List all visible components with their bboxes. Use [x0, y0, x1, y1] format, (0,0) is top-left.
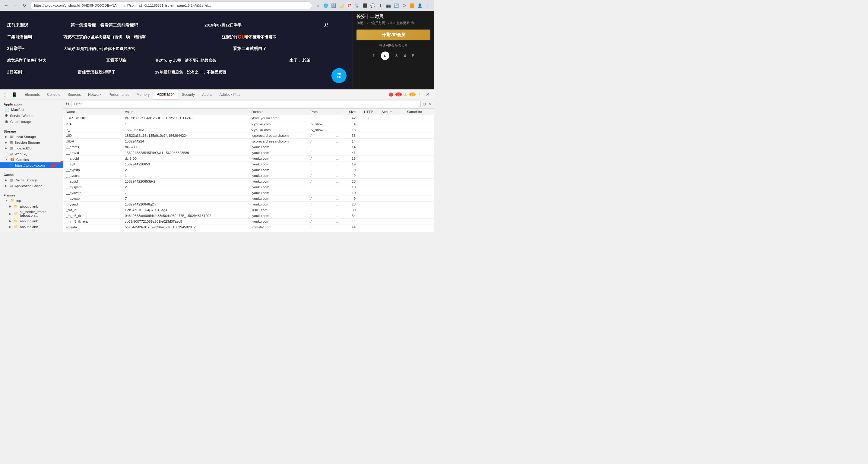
address-bar[interactable]: https://v.youku.com/v_show/id_XNDl0NDQ0O…	[30, 1, 312, 9]
col-header-samesite[interactable]: SameSite	[404, 109, 434, 115]
sidebar-item-sk-holder[interactable]: ▶ 📁 sk_holder_iframe (about:bla...	[0, 209, 63, 218]
tab-security[interactable]: Security	[178, 90, 198, 99]
col-header-size[interactable]: Size	[341, 109, 358, 115]
sidebar-item-cookies-youku[interactable]: 🌐 https://v.youku.com	[0, 162, 63, 168]
table-row[interactable]: __ayscnt 1 .youku.com / ... 9	[63, 173, 434, 179]
table-row[interactable]: __ayspstp 2 .youku.com / ... 10	[63, 185, 434, 190]
table-row[interactable]: cna v7PUFNUi6SYCASQYH5kNuhB3 .mmstat.com…	[63, 230, 434, 232]
tab-sources[interactable]: Sources	[64, 90, 85, 99]
ext6-button[interactable]: ⬛	[362, 2, 368, 9]
forward-button[interactable]: →	[12, 2, 19, 9]
table-row[interactable]: P_T 1562953163 v.youku.com /v_show ... 1…	[63, 127, 434, 133]
tab-network[interactable]: Network	[85, 90, 105, 99]
ep-4-button[interactable]: 4	[404, 52, 406, 60]
ep-3-button[interactable]: 3	[395, 52, 398, 60]
sidebar-item-about-blank3[interactable]: ▶ 📁 about:blank	[0, 224, 63, 230]
ext3-button[interactable]: 🌙	[338, 2, 345, 9]
table-row[interactable]: atpsida 5ce64e589e9c7d2e336acbda_1562945…	[63, 225, 434, 230]
table-row[interactable]: __aypstp 2 .youku.com / ... 9	[63, 167, 434, 173]
table-row[interactable]: __ysuid 1562944220646q2h .youku.com / ..…	[63, 202, 434, 207]
clear-icon: 🗑	[5, 120, 8, 124]
col-header-path[interactable]: Path	[308, 109, 334, 115]
ext8-button[interactable]: ⬇	[377, 2, 384, 9]
table-row[interactable]: __arpvid 1562945828545PfhQwH-15629458285…	[63, 150, 434, 156]
sidebar-item-cookies[interactable]: ▼ 🍪 Cookies	[0, 157, 63, 162]
col-header-name[interactable]: Name	[63, 109, 122, 115]
dt-inspect-button[interactable]: ⬚	[2, 92, 9, 98]
reload-button[interactable]: ↻	[21, 2, 28, 9]
ext9-button[interactable]: 📷	[385, 2, 392, 9]
tab-audits[interactable]: Audits	[198, 90, 216, 99]
sidebar-item-service-workers[interactable]: ⚙ Service Workers	[0, 113, 63, 119]
table-row[interactable]: __ayvstp 7 .youku.com / ... 9	[63, 196, 434, 202]
table-row[interactable]: _iwt_id UelSAd6lKF0wij87R1U-sgA .irs01.c…	[63, 207, 434, 213]
cell-more: ...	[334, 196, 341, 202]
table-row[interactable]: JSESSIONID BEC91F17CBA8126BDF31C2511EC1A…	[63, 115, 434, 122]
table-row[interactable]: __arycid dz-3-00 .youku.com / ... 15	[63, 156, 434, 162]
sidebar-item-web-sql[interactable]: ▤ Web SQL	[0, 151, 63, 157]
ext5-button[interactable]: 📡	[354, 2, 361, 9]
filter-close-button[interactable]: ✕	[428, 102, 432, 106]
ext10-button[interactable]: 🔄	[393, 2, 400, 9]
ext1-button[interactable]: 🌐	[322, 2, 329, 9]
filter-clear-button[interactable]: ⊘	[423, 102, 426, 106]
vip-button[interactable]: 开通VIP会员	[356, 30, 430, 40]
table-row[interactable]: UIDR 1562944224 .scorecardresearch.com /…	[63, 139, 434, 144]
table-row[interactable]: __arcms dz-3-00 .youku.com / ... 14	[63, 144, 434, 150]
ext7-button[interactable]: 💬	[369, 2, 376, 9]
ext12-button[interactable]: 🟧	[409, 2, 415, 9]
table-row[interactable]: UID 18B23a36a15a135a910c7fg1562944224 .s…	[63, 133, 434, 139]
ext4-button[interactable]: 37	[346, 2, 352, 9]
cell-more: ...	[334, 190, 341, 196]
table-row[interactable]: __aysvstp 7 .youku.com / ... 10	[63, 190, 434, 196]
menu-button[interactable]: ⋮	[424, 2, 431, 9]
table-row[interactable]: _m_h5_tk 0a8d9653ad689fdcfd33c56da982477…	[63, 213, 434, 219]
cell-path: /	[308, 144, 334, 150]
cell-path: /	[308, 225, 334, 230]
sidebar-item-frame-top[interactable]: ▼ 📁 top	[0, 198, 63, 203]
back-button[interactable]: ←	[3, 2, 10, 9]
table-row[interactable]: P_F 1 v.youku.com /v_show ... 4	[63, 122, 434, 127]
sidebar-item-about-blank1[interactable]: ▶ 📁 about:blank	[0, 203, 63, 209]
col-header-value[interactable]: Value	[122, 109, 249, 115]
sidebar-item-indexeddb[interactable]: ▶ ▤ IndexedDB	[0, 145, 63, 151]
dt-close-button[interactable]: ✕	[424, 92, 432, 97]
bookmark-button[interactable]: ☆	[315, 2, 321, 9]
tab-elements[interactable]: Elements	[21, 90, 43, 99]
col-header-secure[interactable]: Secure	[379, 109, 404, 115]
sidebar-item-local-storage[interactable]: ▶ ▤ Local Storage	[0, 134, 63, 139]
sidebar-item-manifest[interactable]: 📄 Manifest	[0, 107, 63, 113]
vip-sub-text: 开通VIP会员看大片	[353, 42, 434, 49]
sidebar-item-about-blank2[interactable]: ▶ 📁 about:blank	[0, 218, 63, 224]
sidebar-header-cache: Cache	[0, 172, 63, 177]
tab-application[interactable]: Application	[153, 90, 178, 99]
sidebar-item-clear-storage[interactable]: 🗑 Clear storage	[0, 119, 63, 125]
dt-main-content: ↻ ⊘ ✕ Name Value Domain Path ... Siz	[63, 99, 434, 232]
tab-console[interactable]: Console	[43, 90, 64, 99]
user-button[interactable]: 👤	[416, 2, 423, 9]
sidebar-item-app-cache[interactable]: ▶ ▤ Application Cache	[0, 183, 63, 189]
table-row[interactable]: __ayft 1562944220653 .youku.com / ... 19	[63, 162, 434, 167]
ep-play-button[interactable]: ▶	[381, 52, 390, 60]
cell-http	[358, 150, 379, 156]
tab-adblock[interactable]: Adblock Plus	[216, 90, 244, 99]
dt-device-button[interactable]: 📱	[10, 92, 18, 98]
col-header-http[interactable]: HTTP	[358, 109, 379, 115]
filter-input[interactable]	[71, 101, 421, 107]
sidebar-item-session-storage[interactable]: ▶ ▤ Session Storage	[0, 139, 63, 145]
cell-http	[358, 185, 379, 190]
ep-5-button[interactable]: 5	[412, 52, 414, 60]
tab-memory[interactable]: Memory	[133, 90, 153, 99]
col-header-domain[interactable]: Domain	[249, 109, 308, 115]
ext11-button[interactable]: 🛡	[401, 2, 407, 9]
dt-more-button[interactable]: ⋮	[415, 92, 424, 97]
ext2-button[interactable]: 🔠	[330, 2, 337, 9]
ep-1-button[interactable]: 1	[372, 52, 375, 60]
table-row[interactable]: _m_h5_tk_enc cb03f8007721089a801fe023d3f…	[63, 219, 434, 225]
filter-refresh-button[interactable]: ↻	[66, 102, 69, 106]
url-text: https://v.youku.com/v_show/id_XNDl0NDQ0O…	[34, 4, 303, 7]
sidebar-item-cache-storage[interactable]: ▶ ▤ Cache Storage	[0, 177, 63, 183]
tab-performance[interactable]: Performance	[105, 90, 133, 99]
table-row[interactable]: __aysid 1562944220653tH2 .youku.com / ..…	[63, 179, 434, 185]
cell-name: JSESSIONID	[63, 115, 122, 122]
